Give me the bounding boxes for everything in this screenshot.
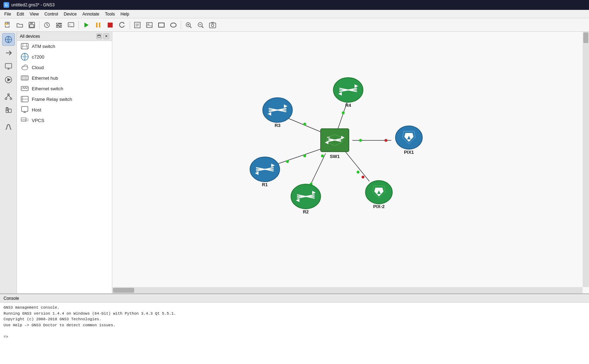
svg-point-51 <box>6 109 8 111</box>
svg-point-12 <box>58 26 59 28</box>
svg-point-90 <box>321 154 324 157</box>
svg-text:SW1: SW1 <box>330 154 340 159</box>
open-button[interactable] <box>14 20 25 30</box>
svg-rect-26 <box>159 23 164 27</box>
svg-marker-15 <box>84 23 89 28</box>
suspend-all-button[interactable] <box>93 20 104 30</box>
svg-point-94 <box>362 176 364 178</box>
svg-rect-5 <box>30 25 34 27</box>
menu-file[interactable]: File <box>1 11 14 17</box>
nav-snake[interactable] <box>2 121 15 133</box>
screenshot-button[interactable] <box>207 20 218 30</box>
menubar: File Edit View Control Device Annotate T… <box>0 10 589 18</box>
new-file-button[interactable]: NEW <box>2 20 13 30</box>
device-item-cloud[interactable]: Cloud <box>17 62 112 73</box>
start-all-button[interactable] <box>81 20 92 30</box>
zoom-in-button[interactable] <box>183 20 194 30</box>
cloud-label: Cloud <box>32 65 44 70</box>
frame-relay-icon <box>20 95 29 103</box>
scroll-thumb-vertical[interactable] <box>583 32 588 43</box>
svg-text:PIX1: PIX1 <box>404 150 414 155</box>
c7200-label: c7200 <box>32 54 44 60</box>
svg-point-11 <box>59 24 60 26</box>
canvas-scrollbar-horizontal[interactable] <box>112 287 583 293</box>
svg-line-86 <box>277 149 321 164</box>
svg-rect-24 <box>147 23 152 28</box>
nav-notes[interactable] <box>2 104 15 116</box>
menu-help[interactable]: Help <box>118 11 132 17</box>
console-line-2: Running GNS3 version 1.4.4 on Windows (6… <box>4 311 585 317</box>
console-button[interactable]: >_ <box>65 20 77 30</box>
device-list: ATM switch c7200 <box>17 41 112 293</box>
sidebar-header: All devices 🗔 ✕ <box>17 32 112 41</box>
svg-point-50 <box>8 94 9 95</box>
save-button[interactable] <box>26 20 37 30</box>
console-line-4: Use Help -> GNS3 Doctor to detect common… <box>4 322 585 328</box>
svg-line-49 <box>8 96 11 98</box>
menu-edit[interactable]: Edit <box>14 11 27 17</box>
vpcs-icon: VPC <box>20 116 29 125</box>
device-item-ethernet-hub[interactable]: Ethernet hub <box>17 73 112 83</box>
svg-text:R2: R2 <box>303 209 309 214</box>
host-icon <box>20 105 29 114</box>
svg-marker-44 <box>7 78 11 81</box>
console-line-6: => <box>4 334 585 340</box>
separator-4 <box>181 21 181 29</box>
menu-tools[interactable]: Tools <box>102 11 118 17</box>
vpcs-label: VPCS <box>32 118 44 123</box>
menu-control[interactable]: Control <box>42 11 61 17</box>
console-line-5 <box>4 328 585 334</box>
frame-relay-label: Frame Relay switch <box>32 97 72 102</box>
recent-button[interactable] <box>41 20 53 30</box>
nav-browse[interactable] <box>2 33 15 46</box>
console-line-1: GNS3 management console. <box>4 305 585 311</box>
draw-note-button[interactable] <box>132 20 143 30</box>
svg-text:>_: >_ <box>69 23 72 26</box>
titlebar: G untitled2.gns3* - GNS3 <box>0 0 589 10</box>
svg-point-36 <box>212 24 214 26</box>
topology-canvas: SW1 R3 R4 <box>112 32 582 257</box>
nav-forward[interactable] <box>2 47 15 59</box>
device-item-frame-relay[interactable]: Frame Relay switch <box>17 94 112 104</box>
reload-button[interactable] <box>117 20 128 30</box>
canvas-scrollbar-vertical[interactable] <box>583 32 589 287</box>
svg-rect-17 <box>99 23 100 28</box>
ethernet-switch-icon <box>20 84 29 93</box>
c7200-icon <box>20 53 29 61</box>
sidebar-close-button[interactable]: ✕ <box>103 34 109 39</box>
scroll-thumb-horizontal[interactable] <box>113 288 134 293</box>
device-item-vpcs[interactable]: VPC VPCS <box>17 115 112 126</box>
svg-point-85 <box>385 139 387 142</box>
ethernet-switch-label: Ethernet switch <box>32 86 63 91</box>
sidebar-pin-button[interactable]: 🗔 <box>96 34 102 39</box>
prefs-button[interactable] <box>53 20 65 30</box>
console-content[interactable]: GNS3 management console. Running GNS3 ve… <box>0 303 589 364</box>
menu-device[interactable]: Device <box>61 11 80 17</box>
device-item-atm-switch[interactable]: ATM switch <box>17 41 112 51</box>
svg-rect-40 <box>5 63 12 68</box>
svg-rect-18 <box>108 23 113 28</box>
device-item-host[interactable]: Host <box>17 104 112 115</box>
svg-point-88 <box>286 160 289 163</box>
menu-annotate[interactable]: Annotate <box>79 11 102 17</box>
draw-rect-button[interactable] <box>156 20 167 30</box>
window-title: untitled2.gns3* - GNS3 <box>11 2 55 7</box>
svg-line-48 <box>6 96 8 98</box>
ethernet-hub-icon <box>20 74 29 82</box>
nav-monitor[interactable] <box>2 60 15 73</box>
sidebar: All devices 🗔 ✕ ATM switch <box>17 32 112 293</box>
stop-all-button[interactable] <box>105 20 116 30</box>
toolbar: NEW >_ <box>0 18 589 32</box>
device-item-ethernet-switch[interactable]: Ethernet switch <box>17 83 112 94</box>
device-item-c7200[interactable]: c7200 <box>17 51 112 62</box>
canvas-area[interactable]: SW1 R3 R4 <box>112 32 589 293</box>
draw-ellipse-button[interactable] <box>168 20 179 30</box>
ethernet-hub-label: Ethernet hub <box>32 75 58 81</box>
zoom-out-button[interactable] <box>195 20 206 30</box>
svg-line-92 <box>345 152 369 181</box>
nav-play[interactable] <box>2 73 15 86</box>
menu-view[interactable]: View <box>27 11 42 17</box>
draw-image-button[interactable] <box>144 20 155 30</box>
svg-line-29 <box>190 26 192 28</box>
nav-topology[interactable] <box>2 90 15 103</box>
